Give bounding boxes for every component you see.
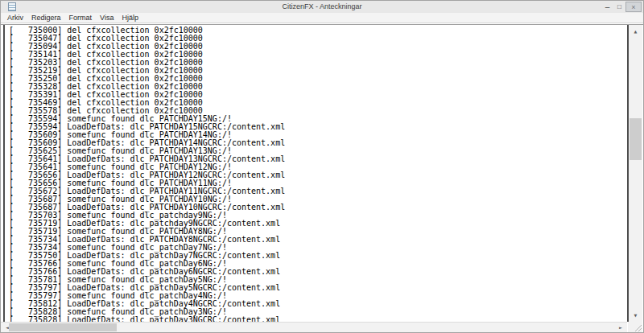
edit-region: [ 735000] del cfxcollection 0x2fc10000[ … bbox=[1, 24, 643, 332]
vertical-scrollbar[interactable]: ▲ ▼ bbox=[627, 25, 642, 322]
menu-item-arkiv[interactable]: Arkiv bbox=[3, 13, 27, 23]
resize-grip-icon[interactable] bbox=[634, 323, 642, 331]
menu-item-format[interactable]: Format bbox=[65, 13, 97, 23]
window-controls: – □ × bbox=[601, 1, 642, 13]
vertical-scroll-thumb[interactable] bbox=[630, 118, 642, 160]
menu-item-hjalp[interactable]: Hjälp bbox=[118, 13, 142, 23]
scroll-right-icon[interactable]: ► bbox=[615, 323, 626, 332]
window-title: CitizenFX - Anteckningar bbox=[1, 2, 643, 10]
scroll-up-icon[interactable]: ▲ bbox=[629, 26, 642, 37]
close-button[interactable]: × bbox=[625, 2, 642, 12]
menu-bar: Arkiv Redigera Format Visa Hjälp bbox=[1, 13, 643, 23]
maximize-button[interactable]: □ bbox=[613, 2, 625, 12]
log-line: [ 735828] LoadDefDats: dlc_patchDay3NGCR… bbox=[9, 316, 627, 322]
menu-item-visa[interactable]: Visa bbox=[96, 13, 118, 23]
horizontal-scroll-thumb[interactable] bbox=[9, 323, 117, 331]
minimize-button[interactable]: – bbox=[601, 2, 613, 12]
scrollbar-corner bbox=[628, 322, 642, 332]
horizontal-scrollbar[interactable]: ◄ ► bbox=[1, 322, 627, 332]
title-bar[interactable]: CitizenFX - Anteckningar – □ × bbox=[1, 1, 643, 13]
scroll-down-icon[interactable]: ▼ bbox=[629, 310, 642, 321]
menu-item-redigera[interactable]: Redigera bbox=[27, 13, 65, 23]
log-text-area[interactable]: [ 735000] del cfxcollection 0x2fc10000[ … bbox=[3, 25, 627, 322]
notepad-icon bbox=[8, 2, 16, 11]
notepad-window: CitizenFX - Anteckningar – □ × Arkiv Red… bbox=[0, 0, 644, 333]
